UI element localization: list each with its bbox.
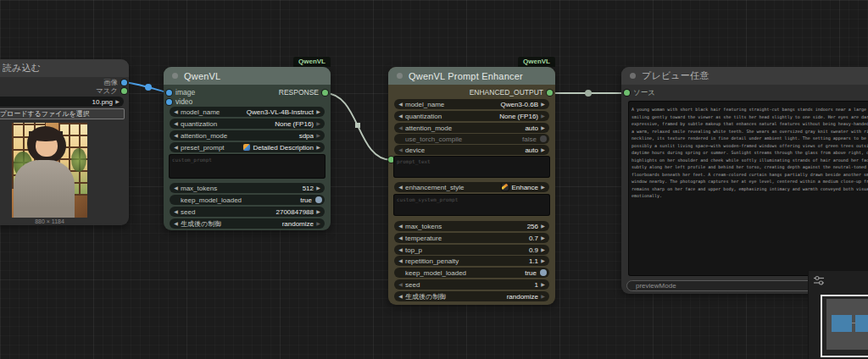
increment-icon[interactable]: ▶ xyxy=(314,142,323,152)
load-image-node[interactable]: 読み込む 画像 マスク 10.png ▶ アップロードするファイルを選択 880… xyxy=(0,59,129,225)
increment-icon[interactable]: ▶ xyxy=(538,256,548,266)
collapse-icon[interactable] xyxy=(397,73,403,79)
widget-label: quantization xyxy=(405,113,442,120)
minimap-settings-icon[interactable] xyxy=(813,275,825,285)
keep-model-loaded-toggle[interactable]: keep_model_loaded true xyxy=(394,268,549,278)
repetition-penalty-widget[interactable]: ◀ repetition_penalty 1.1 ▶ xyxy=(394,256,549,266)
preview-node[interactable]: プレビュー任意 ソース A young woman with short bla… xyxy=(621,67,868,294)
toggle-on-icon[interactable] xyxy=(540,269,547,276)
link-dot-image xyxy=(145,84,152,91)
increment-icon[interactable]: ▶ xyxy=(314,183,323,193)
model-name-widget[interactable]: ◀ model_name Qwen3-VL-4B-Instruct ▶ xyxy=(170,107,325,117)
increment-icon[interactable]: ▶ xyxy=(538,111,548,121)
output-mask-slot[interactable] xyxy=(121,88,127,94)
decrement-icon[interactable]: ◀ xyxy=(396,123,405,133)
increment-icon[interactable]: ▶ xyxy=(538,182,548,192)
decrement-icon[interactable]: ◀ xyxy=(171,107,181,117)
increment-icon[interactable]: ▶ xyxy=(538,233,548,243)
qwenvl-node[interactable]: QwenVL image video RESPONSE ◀ model_name… xyxy=(164,67,331,230)
increment-icon[interactable]: ▶ xyxy=(538,279,548,290)
input-image-slot[interactable] xyxy=(166,90,172,96)
decrement-icon[interactable]: ◀ xyxy=(396,245,405,255)
image-size-caption: 880 × 1184 xyxy=(12,218,87,224)
input-video-slot[interactable] xyxy=(166,99,172,105)
preset-prompt-widget[interactable]: ◀ preset_prompt Detailed Description ▶ xyxy=(170,142,325,152)
enhancement-style-widget[interactable]: ◀ enhancement_style Enhance ▶ xyxy=(394,182,549,192)
minimap-node-rect xyxy=(855,315,868,332)
filename-value: 10.png xyxy=(0,98,113,106)
attention-mode-widget[interactable]: ◀ attention_mode sdpa ▶ xyxy=(170,130,325,141)
decrement-icon[interactable]: ◀ xyxy=(396,182,405,192)
quantization-widget[interactable]: ◀ quantization None (FP16) ▶ xyxy=(170,119,325,129)
qwenvl-node-header[interactable]: QwenVL xyxy=(164,67,331,85)
max-tokens-widget[interactable]: ◀ max_tokens 256 ▶ xyxy=(394,221,549,231)
prompt-enhancer-node[interactable]: QwenVL Prompt Enhancer ENHANCED_OUTPUT ◀… xyxy=(388,67,555,305)
decrement-icon[interactable]: ◀ xyxy=(396,221,405,231)
temperature-widget[interactable]: ◀ temperature 0.7 ▶ xyxy=(394,233,549,243)
custom-prompt-textarea[interactable]: custom_prompt xyxy=(169,154,326,179)
increment-icon[interactable]: ▶ xyxy=(538,99,548,109)
toggle-on-icon[interactable] xyxy=(315,196,322,203)
increment-icon[interactable]: ▶ xyxy=(314,207,323,217)
upload-button[interactable]: アップロードするファイルを選択 xyxy=(0,108,125,119)
increment-icon[interactable]: ▶ xyxy=(538,245,548,255)
decrement-icon[interactable]: ◀ xyxy=(396,111,405,121)
image-preview xyxy=(12,123,87,218)
preview-node-header[interactable]: プレビュー任意 xyxy=(621,67,868,85)
top-p-widget[interactable]: ◀ top_p 0.9 ▶ xyxy=(394,245,549,255)
increment-icon[interactable]: ▶ xyxy=(538,145,548,155)
decrement-icon[interactable]: ◀ xyxy=(171,207,181,217)
decrement-icon[interactable]: ◀ xyxy=(396,145,405,155)
decrement-icon[interactable]: ◀ xyxy=(396,256,405,266)
quantization-widget[interactable]: ◀ quantization None (FP16) ▶ xyxy=(394,111,549,121)
increment-icon[interactable]: ▶ xyxy=(538,221,548,231)
toggle-off-icon[interactable] xyxy=(540,135,547,142)
increment-icon[interactable]: ▶ xyxy=(314,119,323,129)
keep-model-loaded-toggle[interactable]: keep_model_loaded true xyxy=(170,195,325,205)
decrement-icon[interactable]: ◀ xyxy=(396,279,405,290)
output-image-slot[interactable] xyxy=(121,80,127,86)
prompt-text-textarea[interactable]: prompt_text xyxy=(393,156,550,178)
seed-widget[interactable]: ◀ seed 1 ▶ xyxy=(394,279,549,290)
input-video-label: video xyxy=(175,97,192,107)
decrement-icon[interactable]: ◀ xyxy=(171,183,181,193)
model-name-widget[interactable]: ◀ model_name Qwen3-0.6B ▶ xyxy=(394,99,549,109)
custom-system-prompt-textarea[interactable]: custom_system_prompt xyxy=(393,194,550,216)
output-response-slot[interactable] xyxy=(322,90,328,96)
decrement-icon[interactable]: ◀ xyxy=(396,99,405,109)
increment-icon[interactable]: ▶ xyxy=(314,218,323,229)
preview-textarea[interactable]: A young woman with short black hair feat… xyxy=(628,101,868,276)
input-source-slot[interactable] xyxy=(624,90,630,96)
output-enhanced-slot[interactable] xyxy=(547,90,553,96)
upload-button-label: アップロードするファイルを選択 xyxy=(0,109,90,119)
collapse-icon[interactable] xyxy=(630,73,636,79)
graph-canvas[interactable]: { "load": { "title": "読み込む", "out_image"… xyxy=(0,0,868,359)
use-torch-compile-toggle[interactable]: use_torch_compile false xyxy=(394,134,549,144)
widget-label: keep_model_loaded xyxy=(181,196,242,204)
minimap-panel[interactable] xyxy=(808,270,868,359)
decrement-icon[interactable]: ◀ xyxy=(171,142,181,152)
decrement-icon[interactable]: ◀ xyxy=(171,119,181,129)
combo-next-icon[interactable]: ▶ xyxy=(113,97,122,107)
control-after-generate-widget[interactable]: ◀ 生成後の制御 randomize ▶ xyxy=(170,218,325,229)
widget-label: use_torch_compile xyxy=(405,135,462,143)
increment-icon[interactable]: ▶ xyxy=(538,123,548,133)
load-image-node-header[interactable]: 読み込む xyxy=(0,59,129,77)
increment-icon[interactable]: ▶ xyxy=(314,130,323,141)
decrement-icon[interactable]: ◀ xyxy=(171,218,181,229)
decrement-icon[interactable]: ◀ xyxy=(396,233,405,243)
max-tokens-widget[interactable]: ◀ max_tokens 512 ▶ xyxy=(170,183,325,193)
increment-icon[interactable]: ▶ xyxy=(538,291,548,301)
prompt-enhancer-node-header[interactable]: QwenVL Prompt Enhancer xyxy=(388,67,555,85)
decrement-icon[interactable]: ◀ xyxy=(396,291,405,301)
collapse-icon[interactable] xyxy=(172,73,178,79)
minimap-viewport[interactable] xyxy=(821,295,868,357)
filename-combo[interactable]: 10.png ▶ xyxy=(0,97,124,107)
increment-icon[interactable]: ▶ xyxy=(314,107,323,117)
attention-mode-widget[interactable]: ◀ attention_mode auto ▶ xyxy=(394,123,549,133)
decrement-icon[interactable]: ◀ xyxy=(171,130,181,141)
widget-label: 生成後の制御 xyxy=(405,292,446,301)
control-after-generate-widget[interactable]: ◀ 生成後の制御 randomize ▶ xyxy=(394,291,549,301)
device-widget[interactable]: ◀ device auto ▶ xyxy=(394,145,549,155)
seed-widget[interactable]: ◀ seed 2700847988 ▶ xyxy=(170,207,325,217)
